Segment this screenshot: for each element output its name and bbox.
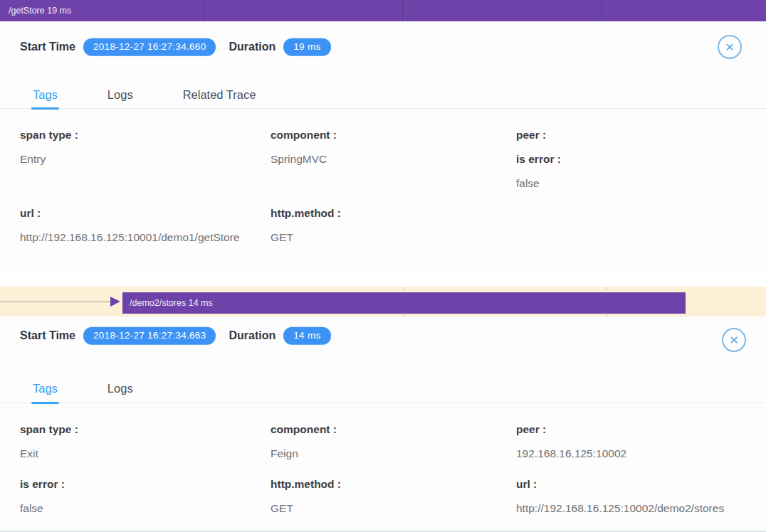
close-button[interactable]: ✕ — [722, 328, 746, 352]
span-bar-label: /getStore 19 ms — [9, 6, 71, 16]
tab-tags[interactable]: Tags — [33, 81, 58, 108]
is-error-value: false — [20, 502, 43, 515]
span-type-value: Entry — [20, 153, 46, 166]
http-method-label: http.method : — [271, 478, 341, 491]
url-value: http://192.168.16.125:10002/demo2/stores — [516, 502, 724, 515]
url-label: url : — [516, 478, 537, 491]
tab-tags[interactable]: Tags — [33, 374, 58, 403]
duration-badge: 14 ms — [283, 327, 330, 345]
is-error-label: is error : — [20, 478, 65, 491]
tab-logs[interactable]: Logs — [107, 81, 133, 108]
span-type-value: Exit — [20, 447, 38, 460]
timeline-grid-tick — [402, 0, 403, 21]
url-label: url : — [20, 207, 41, 220]
timeline-grid-tick — [607, 287, 607, 290]
peer-label: peer : — [516, 129, 546, 142]
http-method-value: GET — [271, 502, 293, 515]
component-value: Feign — [271, 447, 298, 460]
start-time-label: Start Time — [20, 41, 75, 53]
url-value: http://192.168.16.125:10001/demo1/getSto… — [20, 231, 240, 244]
tab-label: Tags — [33, 88, 58, 102]
http-method-label: http.method : — [271, 207, 341, 220]
span-bar-label: /demo2/stores 14 ms — [130, 298, 213, 308]
peer-value: 192.168.16.125:10002 — [516, 447, 626, 460]
duration-badge: 19 ms — [283, 38, 330, 56]
duration-label: Duration — [229, 329, 276, 342]
component-label: component : — [271, 423, 337, 436]
timeline-grid-tick — [404, 287, 404, 290]
peer-label: peer : — [516, 423, 546, 436]
start-time-label: Start Time — [20, 329, 75, 342]
close-icon: ✕ — [725, 41, 734, 54]
span-type-label: span type : — [20, 129, 78, 142]
parent-link-line — [0, 302, 112, 302]
is-error-value: false — [516, 177, 540, 190]
tab-label: Logs — [107, 88, 133, 102]
tab-bar: Tags Logs Related Trace — [0, 81, 766, 109]
timeline-grid-tick — [602, 0, 602, 21]
trace-span-bar-demo2-stores[interactable]: /demo2/stores 14 ms — [122, 292, 686, 314]
close-button[interactable]: ✕ — [718, 35, 742, 59]
duration-label: Duration — [229, 41, 276, 53]
span-type-label: span type : — [20, 423, 78, 436]
tab-related-trace[interactable]: Related Trace — [183, 81, 256, 108]
tab-label: Logs — [107, 382, 133, 395]
arrow-right-icon — [110, 297, 120, 307]
tab-logs[interactable]: Logs — [107, 374, 133, 403]
is-error-label: is error : — [516, 153, 561, 166]
close-icon: ✕ — [729, 334, 738, 347]
span-header-row: Start Time 2018-12-27 16:27:34.663 Durat… — [20, 327, 331, 345]
tab-label: Related Trace — [183, 88, 256, 102]
span-header-row: Start Time 2018-12-27 16:27:34.660 Durat… — [20, 38, 331, 56]
trace-span-bar-getstore[interactable]: /getStore 19 ms — [0, 0, 766, 21]
http-method-value: GET — [271, 231, 293, 244]
timeline-grid-tick — [203, 0, 204, 21]
tab-bar: Tags Logs — [0, 374, 766, 403]
component-label: component : — [271, 129, 337, 142]
component-value: SpringMVC — [271, 153, 327, 166]
start-time-badge: 2018-12-27 16:27:34.663 — [83, 327, 216, 345]
trace-timeline-band: /demo2/stores 14 ms — [0, 287, 766, 316]
start-time-badge: 2018-12-27 16:27:34.660 — [83, 38, 216, 56]
span-detail-panel-getstore: Start Time 2018-12-27 16:27:34.660 Durat… — [0, 21, 766, 275]
tab-label: Tags — [33, 382, 58, 395]
span-detail-panel-demo2-stores: Start Time 2018-12-27 16:27:34.663 Durat… — [0, 316, 766, 532]
